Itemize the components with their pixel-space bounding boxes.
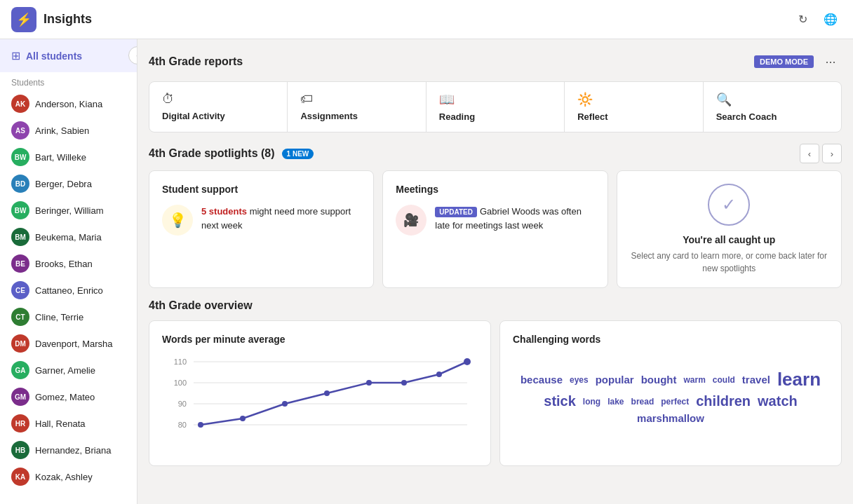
student-item[interactable]: CT Cline, Terrie bbox=[0, 304, 137, 330]
tab-label: Digital Activity bbox=[162, 111, 225, 121]
word-item: learn bbox=[777, 369, 821, 390]
main-content: 4th Grade reports DEMO MODE ··· ⏱ Digita… bbox=[137, 39, 853, 504]
challenging-words-title: Challenging words bbox=[513, 334, 828, 345]
app-title: Insights bbox=[43, 12, 791, 27]
tabs-row: ⏱ Digital Activity 🏷 Assignments 📖 Readi… bbox=[149, 81, 842, 132]
tab-label: Reading bbox=[439, 111, 475, 122]
student-item[interactable]: CE Cattaneo, Enrico bbox=[0, 277, 137, 304]
word-item: bread bbox=[631, 397, 654, 407]
grid-icon: ⊞ bbox=[11, 49, 20, 62]
student-support-card[interactable]: Student support 💡 5 students might need … bbox=[149, 170, 374, 288]
student-name: Bart, Willeke bbox=[35, 152, 86, 163]
word-item: watch bbox=[758, 393, 798, 409]
student-item[interactable]: BM Beukema, Maria bbox=[0, 224, 137, 250]
updated-badge: UPDATED bbox=[435, 207, 477, 217]
svg-point-13 bbox=[401, 380, 407, 386]
reports-title: 4th Grade reports bbox=[149, 55, 243, 68]
student-item[interactable]: GA Garner, Amelie bbox=[0, 357, 137, 383]
avatar: BM bbox=[11, 228, 29, 246]
check-icon: ✓ bbox=[722, 195, 736, 214]
tab-reflect[interactable]: 🔆 Reflect bbox=[565, 82, 703, 132]
student-name: Brooks, Ethan bbox=[35, 259, 93, 269]
meeting-icon: 🎥 bbox=[396, 205, 426, 236]
main-layout: ‹ ⊞ All students Students AK Anderson, K… bbox=[0, 39, 853, 504]
student-item[interactable]: AS Arink, Sabien bbox=[0, 117, 137, 144]
spotlights-row: Student support 💡 5 students might need … bbox=[149, 170, 842, 288]
avatar: CT bbox=[11, 308, 29, 326]
spotlights-title: 4th Grade spotlights (8) bbox=[149, 147, 275, 160]
tab-digital-activity[interactable]: ⏱ Digital Activity bbox=[149, 82, 288, 132]
app-logo: ⚡ bbox=[11, 7, 36, 32]
caught-up-card: ✓ You're all caught up Select any card t… bbox=[617, 170, 842, 288]
tab-label: Reflect bbox=[577, 111, 607, 122]
student-item[interactable]: BW Bart, Willeke bbox=[0, 144, 137, 170]
student-name: Beringer, William bbox=[35, 205, 104, 216]
refresh-button[interactable]: ↻ bbox=[791, 8, 814, 31]
prev-spotlight-button[interactable]: ‹ bbox=[800, 144, 819, 163]
student-name: Garner, Amelie bbox=[35, 365, 95, 376]
wpm-card: Words per minute average 110 100 90 80 bbox=[149, 320, 491, 466]
svg-point-14 bbox=[436, 372, 442, 377]
tab-icon: 🏷 bbox=[300, 92, 313, 107]
student-item[interactable]: DM Davenport, Marsha bbox=[0, 330, 137, 357]
word-item: warm bbox=[684, 375, 706, 385]
svg-point-11 bbox=[324, 390, 330, 396]
svg-point-15 bbox=[464, 358, 471, 365]
tab-search-coach[interactable]: 🔍 Search Coach bbox=[704, 82, 841, 132]
student-item[interactable]: HR Hall, Renata bbox=[0, 410, 137, 437]
student-item[interactable]: HB Hernandez, Briana bbox=[0, 437, 137, 463]
word-item: perfect bbox=[661, 397, 689, 407]
new-badge: 1 NEW bbox=[282, 149, 314, 159]
more-options-button[interactable]: ··· bbox=[819, 50, 842, 73]
spotlights-header: 4th Grade spotlights (8) 1 NEW ‹ › bbox=[149, 144, 842, 163]
student-item[interactable]: AK Anderson, Kiana bbox=[0, 90, 137, 117]
next-spotlight-button[interactable]: › bbox=[822, 144, 842, 163]
avatar: CE bbox=[11, 281, 29, 299]
student-name: Berger, Debra bbox=[35, 179, 92, 189]
word-item: because bbox=[520, 374, 563, 386]
tab-icon: 🔆 bbox=[577, 92, 593, 107]
word-item: travel bbox=[742, 374, 770, 386]
wpm-chart-svg: 110 100 90 80 bbox=[162, 355, 478, 453]
tab-assignments[interactable]: 🏷 Assignments bbox=[288, 82, 426, 132]
all-students-item[interactable]: ⊞ All students bbox=[0, 39, 137, 72]
student-support-title: Student support bbox=[162, 184, 361, 195]
meetings-card[interactable]: Meetings 🎥 UPDATEDGabriel Woods was ofte… bbox=[382, 170, 607, 288]
word-item: stick bbox=[544, 393, 576, 409]
support-text: 5 students might need more support next … bbox=[201, 205, 361, 232]
svg-text:100: 100 bbox=[174, 379, 187, 387]
lightbulb-icon: 💡 bbox=[162, 205, 193, 236]
student-item[interactable]: BD Berger, Debra bbox=[0, 170, 137, 197]
student-name: Gomez, Mateo bbox=[35, 392, 95, 402]
svg-point-10 bbox=[282, 401, 288, 407]
logo-icon: ⚡ bbox=[16, 12, 32, 27]
student-name: Hernandez, Briana bbox=[35, 445, 111, 456]
tab-reading[interactable]: 📖 Reading bbox=[426, 82, 565, 132]
avatar: BE bbox=[11, 254, 29, 273]
svg-point-8 bbox=[198, 422, 203, 428]
student-name: Hall, Renata bbox=[35, 418, 86, 429]
student-item[interactable]: BW Beringer, William bbox=[0, 197, 137, 224]
student-item[interactable]: KA Kozak, Ashley bbox=[0, 463, 137, 490]
reports-header: 4th Grade reports DEMO MODE ··· bbox=[149, 50, 842, 73]
globe-button[interactable]: 🌐 bbox=[819, 8, 842, 31]
word-item: could bbox=[713, 375, 735, 385]
header-actions: ↻ 🌐 bbox=[791, 8, 842, 31]
student-item[interactable]: BE Brooks, Ethan bbox=[0, 250, 137, 277]
wpm-title: Words per minute average bbox=[162, 334, 478, 345]
student-name: Kozak, Ashley bbox=[35, 472, 93, 482]
meetings-title: Meetings bbox=[396, 184, 594, 195]
word-item: children bbox=[696, 393, 751, 409]
word-item: long bbox=[583, 397, 600, 407]
avatar: HB bbox=[11, 441, 29, 459]
students-section-label: Students bbox=[0, 72, 137, 90]
student-name: Davenport, Marsha bbox=[35, 339, 113, 349]
svg-text:110: 110 bbox=[174, 357, 187, 366]
avatar: BW bbox=[11, 201, 29, 219]
student-item[interactable]: GM Gomez, Mateo bbox=[0, 383, 137, 410]
meetings-text: UPDATEDGabriel Woods was often late for … bbox=[435, 205, 594, 232]
svg-text:90: 90 bbox=[178, 400, 187, 408]
caught-up-desc: Select any card to learn more, or come b… bbox=[630, 250, 828, 275]
avatar: KA bbox=[11, 468, 29, 486]
student-name: Cline, Terrie bbox=[35, 312, 83, 322]
